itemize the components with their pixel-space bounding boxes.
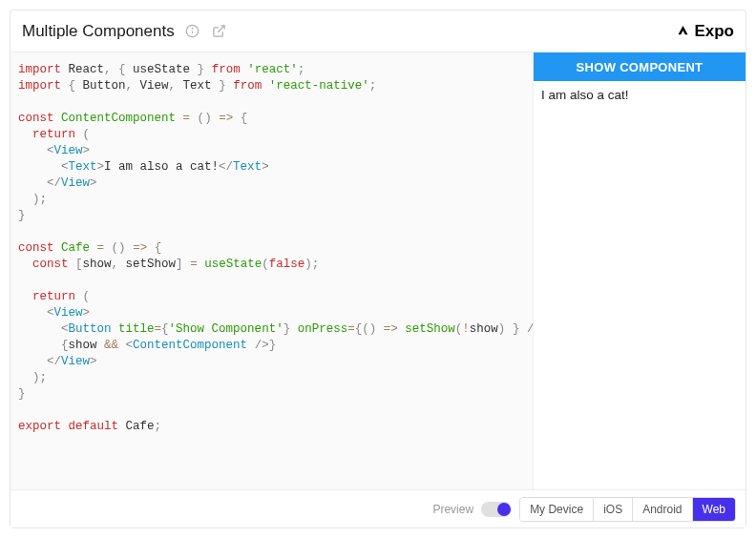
external-link-icon[interactable] xyxy=(211,23,228,40)
body: import React, { useState } from 'react';… xyxy=(10,52,746,489)
platform-tabs: My DeviceiOSAndroidWeb xyxy=(519,497,736,522)
svg-line-3 xyxy=(218,26,224,32)
preview-toggle[interactable] xyxy=(481,502,512,517)
preview-pane: SHOW COMPONENT I am also a cat! xyxy=(534,52,746,489)
svg-point-2 xyxy=(192,29,193,30)
footer: Preview My DeviceiOSAndroidWeb xyxy=(10,489,746,528)
brand-label: Expo xyxy=(694,22,734,41)
page-title: Multiple Components xyxy=(22,22,175,41)
info-icon[interactable] xyxy=(184,23,201,40)
code-editor[interactable]: import React, { useState } from 'react';… xyxy=(10,52,534,489)
tab-web[interactable]: Web xyxy=(692,498,735,521)
snack-panel: Multiple Components Expo import React, {… xyxy=(10,10,746,528)
code-block: import React, { useState } from 'react';… xyxy=(18,62,529,435)
header: Multiple Components Expo xyxy=(10,10,746,52)
preview-text: I am also a cat! xyxy=(534,81,746,109)
toggle-knob xyxy=(497,503,511,516)
tab-android[interactable]: Android xyxy=(632,498,691,521)
expo-brand[interactable]: Expo xyxy=(676,22,734,41)
show-component-button[interactable]: SHOW COMPONENT xyxy=(534,52,746,81)
tab-ios[interactable]: iOS xyxy=(593,498,632,521)
preview-label: Preview xyxy=(432,503,473,516)
tab-my-device[interactable]: My Device xyxy=(520,498,593,521)
